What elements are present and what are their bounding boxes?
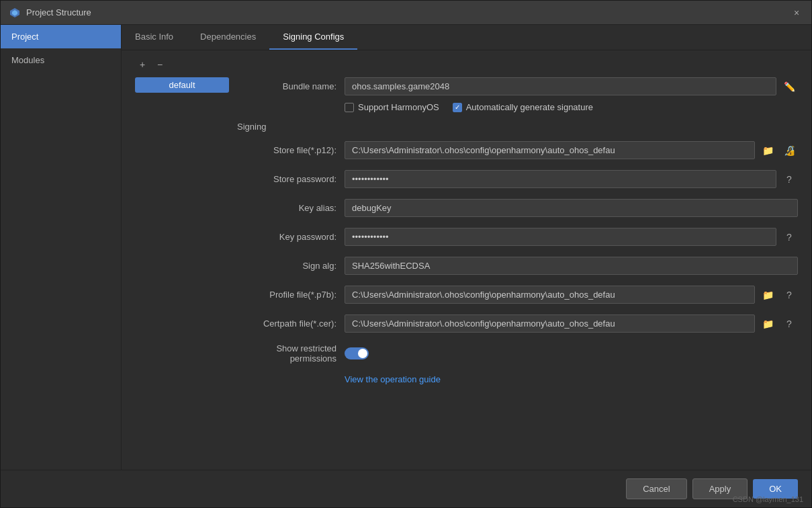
config-area: + − default Bundle name:: [122, 50, 811, 398]
support-harmonyos-box: [345, 103, 354, 112]
key-password-label: Key password:: [237, 232, 345, 242]
app-icon: [9, 7, 21, 19]
profile-file-help-icon[interactable]: ?: [780, 286, 798, 304]
panel-content: + − default Bundle name:: [122, 50, 811, 470]
certpath-file-help-icon[interactable]: ?: [780, 315, 798, 333]
sign-alg-input[interactable]: [345, 257, 798, 275]
tab-basic-info[interactable]: Basic Info: [122, 25, 187, 50]
store-file-label: Store file(*.p12):: [237, 145, 345, 155]
certpath-file-folder-icon[interactable]: 📁: [759, 315, 776, 333]
store-password-row: Store password: ?: [237, 170, 798, 188]
store-file-wrap: 📁 🔏: [345, 141, 798, 159]
support-harmonyos-checkbox[interactable]: Support HarmonyOS: [345, 102, 439, 112]
auto-signature-box: ✓: [453, 103, 462, 112]
profile-file-input[interactable]: [345, 286, 755, 304]
tabs-bar: Basic Info Dependencies Signing Configs: [122, 25, 811, 50]
config-toolbar: + −: [135, 57, 798, 72]
key-password-row: Key password: ?: [237, 228, 798, 246]
profile-file-wrap: 📁 ?: [345, 286, 798, 304]
toggle-knob: [358, 349, 367, 358]
tab-signing-configs[interactable]: Signing Configs: [269, 25, 357, 50]
profile-file-folder-icon[interactable]: 📁: [759, 286, 776, 304]
key-alias-label: Key alias:: [237, 203, 345, 213]
config-item-default[interactable]: default: [135, 77, 229, 93]
key-alias-input[interactable]: [345, 199, 798, 217]
title-bar: Project Structure ×: [1, 1, 811, 25]
sign-alg-row: Sign alg:: [237, 257, 798, 275]
edit-bundle-icon[interactable]: ✏️: [780, 78, 798, 95]
checkboxes-row: Support HarmonyOS ✓ Automatically genera…: [237, 102, 798, 112]
store-password-help-icon[interactable]: ?: [780, 171, 798, 188]
bundle-name-input[interactable]: [345, 77, 776, 95]
certpath-file-input[interactable]: [345, 314, 755, 333]
certpath-file-row: Certpath file(*.cer): 📁 ?: [237, 314, 798, 333]
auto-signature-label: Automatically generate signature: [466, 102, 593, 112]
certpath-file-label: Certpath file(*.cer):: [237, 319, 345, 329]
store-file-fingerprint-icon[interactable]: 🔏: [780, 142, 798, 159]
store-file-input[interactable]: [345, 141, 755, 159]
footer: Cancel Apply OK: [1, 470, 811, 507]
title-bar-text: Project Structure: [26, 7, 790, 17]
store-file-row: Store file(*.p12): 📁 🔏: [237, 141, 798, 159]
sidebar-item-modules[interactable]: Modules: [1, 48, 121, 72]
main-panel: Basic Info Dependencies Signing Configs …: [122, 25, 811, 470]
bundle-name-label: Bundle name:: [237, 81, 345, 91]
project-structure-dialog: Project Structure × Project Modules Basi…: [0, 0, 812, 508]
show-restricted-row: Show restricted permissions: [237, 343, 798, 364]
store-password-input[interactable]: [345, 170, 776, 188]
sign-alg-label: Sign alg:: [237, 261, 345, 271]
show-restricted-toggle[interactable]: [345, 347, 369, 359]
show-restricted-label: Show restricted permissions: [237, 343, 345, 364]
main-content: Project Modules Basic Info Dependencies …: [1, 25, 811, 470]
store-file-folder-icon[interactable]: 📁: [759, 142, 776, 159]
store-password-label: Store password:: [237, 174, 345, 184]
support-harmonyos-label: Support HarmonyOS: [358, 102, 439, 112]
sidebar-item-project[interactable]: Project: [1, 25, 121, 48]
sidebar: Project Modules: [1, 25, 122, 470]
key-password-wrap: ?: [345, 228, 798, 246]
view-guide-row: View the operation guide: [237, 374, 798, 384]
profile-file-row: Profile file(*.p7b): 📁 ?: [237, 286, 798, 304]
view-guide-link[interactable]: View the operation guide: [345, 374, 441, 384]
bundle-name-wrap: ✏️: [345, 77, 798, 95]
key-alias-row: Key alias:: [237, 199, 798, 217]
profile-file-label: Profile file(*.p7b):: [237, 290, 345, 300]
tab-dependencies[interactable]: Dependencies: [187, 25, 269, 50]
watermark: CSDN @laymen_131: [733, 495, 803, 503]
certpath-file-wrap: 📁 ?: [345, 314, 798, 333]
show-restricted-toggle-wrap: [345, 347, 369, 359]
add-config-button[interactable]: +: [135, 57, 150, 72]
key-password-help-icon[interactable]: ?: [780, 228, 798, 246]
bundle-name-row: Bundle name: ✏️: [237, 77, 798, 95]
signing-section-header: Signing: [237, 122, 798, 132]
cancel-button[interactable]: Cancel: [626, 478, 686, 499]
remove-config-button[interactable]: −: [152, 57, 167, 72]
auto-signature-checkbox[interactable]: ✓ Automatically generate signature: [453, 102, 593, 112]
store-password-wrap: ?: [345, 170, 798, 188]
close-button[interactable]: ×: [790, 6, 803, 19]
key-password-input[interactable]: [345, 228, 776, 246]
